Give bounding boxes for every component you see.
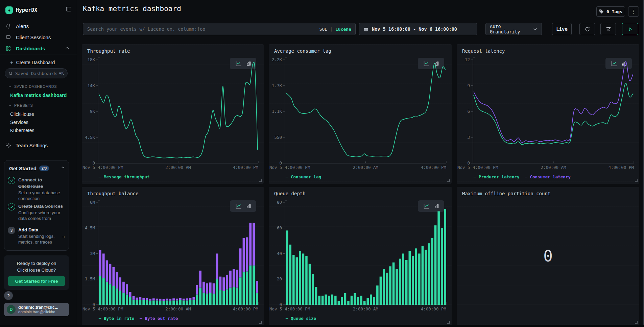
granularity-select[interactable]: Auto Granularity	[485, 23, 542, 35]
run-query-button[interactable]	[622, 23, 638, 35]
bottom-strip	[0, 325, 644, 327]
step-number-badge: 3	[8, 227, 15, 234]
legend-item: — Consumer lag	[286, 174, 321, 179]
chevron-down-icon	[8, 104, 12, 107]
get-started-card: Get Started 2/3 Connect to ClickHouse Se…	[4, 160, 69, 251]
mode-divider: |	[330, 27, 333, 32]
create-dashboard-button[interactable]: + Create Dashboard	[10, 59, 55, 65]
sidebar-item-clickhouse[interactable]: ClickHouse	[10, 111, 34, 117]
svg-text:18K: 18K	[87, 57, 95, 62]
live-button[interactable]: Live	[552, 23, 572, 35]
legend-item: — Consumer latency	[525, 174, 570, 179]
svg-text:2:00:00 AM: 2:00:00 AM	[165, 165, 191, 170]
svg-text:4:00:00 PM: 4:00:00 PM	[233, 165, 258, 170]
chart-panel-consumer-lag: Average consumer lag05501.1K1.7K2.2KNov …	[269, 44, 452, 184]
chart-panel-throughput-balance: Throughput balance01.5M3M4.5M6MNov 5 4:0…	[82, 187, 264, 325]
progress-badge: 2/3	[39, 166, 49, 171]
svg-text:2.2K: 2.2K	[272, 57, 282, 62]
svg-text:9K: 9K	[90, 109, 95, 114]
get-started-step-1[interactable]: Connect to ClickHouse Set up your databa…	[8, 177, 66, 202]
more-options-button[interactable]: ⋮	[628, 6, 639, 17]
search-icon	[8, 71, 13, 76]
legend-item: — Producer latency	[474, 174, 519, 179]
tags-button[interactable]: 0 Tags	[596, 6, 625, 17]
cloud-promo-card: Ready to deploy on ClickHouse Cloud? Get…	[4, 255, 69, 290]
avatar: D	[7, 305, 16, 314]
calendar-icon	[363, 27, 368, 32]
sidebar-item-services[interactable]: Services	[10, 120, 28, 125]
chart-canvas: 01.5M3M4.5M6MNov 5 4:00:00 PM2:00:00 AM4…	[82, 187, 264, 325]
sidebar-item-alerts[interactable]: Alerts	[5, 22, 72, 30]
user-name: dominic.tran@clic...	[18, 305, 58, 310]
sql-mode-toggle[interactable]: SQL	[319, 27, 327, 32]
bell-icon	[5, 23, 11, 29]
svg-text:4.5M: 4.5M	[85, 225, 95, 230]
chart-legend: — Byte in rate— Byte out rate	[99, 316, 178, 321]
scrollbar[interactable]	[643, 0, 644, 327]
svg-text:Nov 5 4:00:00 PM: Nov 5 4:00:00 PM	[82, 306, 123, 311]
get-started-title: Get Started	[9, 166, 37, 171]
chart-canvas: 036912Nov 5 4:00:00 PM2:00:00 AM4:00:00 …	[457, 44, 639, 184]
saved-dashboards-section[interactable]: SAVED DASHBOARDS	[8, 84, 57, 89]
chart-panel-request-latency: Request latency036912Nov 5 4:00:00 PM2:0…	[457, 44, 639, 184]
svg-text:12: 12	[465, 57, 470, 62]
svg-text:550: 550	[274, 135, 282, 140]
saved-dashboards-search[interactable]: Saved Dashboards ⌘K	[5, 68, 68, 78]
chart-panel-queue-depth: Queue depth020406080Nov 5 4:00:00 PM2:00…	[269, 187, 452, 325]
chevron-up-icon[interactable]	[65, 46, 70, 51]
chevron-down-icon	[533, 27, 538, 31]
chart-legend: — Message throughput	[99, 174, 150, 179]
svg-text:80: 80	[277, 200, 282, 205]
svg-text:1.7K: 1.7K	[272, 83, 282, 88]
promo-text: ClickHouse Cloud?	[4, 267, 69, 274]
svg-text:4:00:00 PM: 4:00:00 PM	[609, 165, 634, 170]
filter-button[interactable]	[600, 23, 616, 35]
get-started-step-2[interactable]: Create Data Sources Configure where your…	[8, 203, 66, 222]
svg-text:Nov 5 4:00:00 PM: Nov 5 4:00:00 PM	[457, 165, 498, 170]
sidebar-item-team-settings[interactable]: Team Settings	[5, 143, 48, 148]
chart-canvas: 05501.1K1.7K2.2KNov 5 4:00:00 PM2:00:00 …	[269, 44, 452, 184]
big-number-value: 0	[457, 187, 639, 325]
dashboards-icon	[5, 46, 11, 51]
get-started-free-button[interactable]: Get Started for Free	[8, 276, 65, 286]
sidebar-item-dashboards[interactable]: Dashboards	[5, 44, 72, 53]
svg-text:4:00:00 PM: 4:00:00 PM	[421, 306, 446, 311]
svg-text:4.5K: 4.5K	[85, 135, 95, 140]
user-menu[interactable]: D dominic.tran@clic... dominic.tran@clic…	[4, 303, 69, 316]
arrow-right-icon: →	[61, 233, 66, 239]
presets-section[interactable]: PRESETS	[8, 103, 33, 107]
legend-item: — Byte out rate	[140, 316, 178, 321]
hyperdx-logo-icon	[5, 6, 13, 14]
sidebar-item-label: Alerts	[16, 23, 29, 29]
filter-icon	[605, 26, 611, 32]
legend-item: — Queue size	[286, 316, 316, 321]
event-search[interactable]: SQL | Lucene	[83, 23, 356, 35]
lucene-mode-toggle[interactable]: Lucene	[335, 27, 351, 32]
chart-canvas: 020406080Nov 5 4:00:00 PM2:00:00 AM4:00:…	[269, 187, 452, 325]
main-content: Kafka metrics dashboard 0 Tags ⋮ SQL | L…	[77, 0, 644, 327]
svg-text:20: 20	[277, 276, 282, 281]
sidebar-item-client-sessions[interactable]: Client Sessions	[5, 33, 72, 42]
svg-text:1.1K: 1.1K	[272, 109, 282, 114]
laptop-icon	[5, 34, 11, 40]
svg-text:4:00:00 PM: 4:00:00 PM	[233, 306, 258, 311]
chevron-up-icon[interactable]	[61, 165, 65, 171]
get-started-step-3[interactable]: 3 Add Data Start sending logs, metrics, …	[8, 227, 66, 245]
refresh-button[interactable]	[579, 23, 595, 35]
check-circle-icon	[8, 177, 15, 184]
sidebar-item-kubernetes[interactable]: Kubernetes	[10, 128, 34, 133]
saved-search-placeholder: Saved Dashboards	[15, 71, 59, 76]
sidebar: HyperDX Alerts Client Sessions Dashboard…	[0, 0, 77, 327]
sidebar-item-kafka-dashboard[interactable]: Kafka metrics dashboard	[10, 93, 67, 98]
help-button[interactable]: ?	[4, 291, 13, 300]
sidebar-collapse-icon[interactable]	[66, 6, 72, 14]
chart-panel-offline-partition-count: Maximum offline partition count0	[457, 187, 639, 325]
promo-text: Ready to deploy on	[4, 260, 69, 267]
search-input[interactable]	[87, 26, 319, 32]
svg-text:1.5M: 1.5M	[85, 276, 95, 281]
svg-text:Nov 5 4:00:00 PM: Nov 5 4:00:00 PM	[269, 306, 310, 311]
create-dashboard-label: Create Dashboard	[16, 60, 55, 65]
chart-panel-throughput-rate: Throughput rate04.5K9K14K18KNov 5 4:00:0…	[82, 44, 264, 184]
svg-text:2:00:00 AM: 2:00:00 AM	[165, 306, 191, 311]
date-range-picker[interactable]: Nov 5 16:00:00 - Nov 6 16:00:00	[359, 23, 477, 35]
